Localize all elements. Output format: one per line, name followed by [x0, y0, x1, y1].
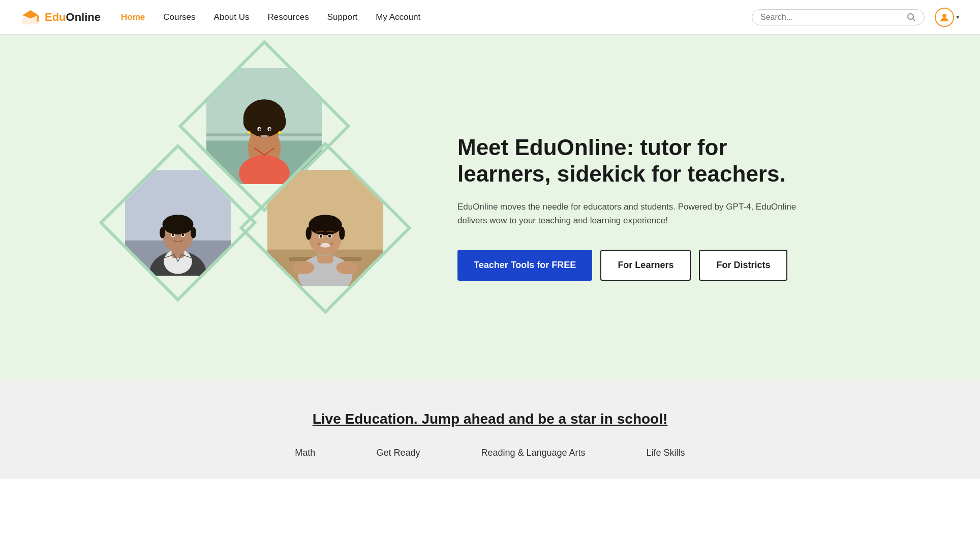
navbar-right: ▾ [752, 8, 960, 27]
nav-resources[interactable]: Resources [268, 12, 309, 22]
svg-point-6 [942, 14, 946, 18]
hero-title: Meet EduOnline: tutor for learners, side… [457, 134, 803, 188]
for-districts-button[interactable]: For Districts [699, 250, 787, 281]
svg-point-49 [320, 243, 330, 248]
hero-section: Meet EduOnline: tutor for learners, side… [0, 35, 980, 380]
category-reading[interactable]: Reading & Language Arts [481, 448, 585, 458]
search-icon [907, 13, 916, 22]
svg-point-48 [328, 235, 331, 238]
search-input[interactable] [760, 13, 907, 22]
user-icon [939, 12, 950, 23]
svg-point-43 [306, 227, 312, 240]
svg-point-47 [320, 235, 322, 238]
svg-point-29 [162, 215, 193, 234]
hero-buttons: Teacher Tools for FREE For Learners For … [457, 250, 803, 281]
svg-point-44 [339, 227, 345, 240]
nav-account[interactable]: My Account [376, 12, 420, 22]
bottom-title: Live Education. Jump ahead and be a star… [102, 411, 878, 427]
svg-point-19 [269, 128, 271, 131]
logo-text: EduOnline [45, 11, 101, 24]
svg-point-18 [259, 128, 261, 131]
bottom-section: Live Education. Jump ahead and be a star… [0, 380, 980, 479]
svg-point-21 [248, 131, 251, 134]
nav-home[interactable]: Home [121, 12, 145, 22]
nav-links: Home Courses About Us Resources Support … [121, 12, 752, 22]
navbar: EduOnline Home Courses About Us Resource… [0, 0, 980, 35]
svg-point-50 [293, 261, 315, 275]
hero-description: EduOnline moves the needle for educators… [457, 200, 803, 227]
user-account-button[interactable]: ▾ [935, 8, 960, 27]
logo[interactable]: EduOnline [20, 7, 101, 27]
hero-images [102, 65, 417, 350]
svg-point-31 [191, 227, 196, 238]
svg-point-30 [160, 227, 165, 238]
chevron-down-icon: ▾ [956, 13, 960, 21]
nav-about[interactable]: About Us [214, 12, 250, 22]
hero-content: Meet EduOnline: tutor for learners, side… [457, 134, 803, 281]
svg-marker-1 [22, 10, 39, 18]
nav-courses[interactable]: Courses [163, 12, 195, 22]
svg-point-34 [172, 233, 174, 237]
graduation-cap-icon [20, 7, 41, 27]
svg-rect-2 [37, 15, 39, 20]
user-avatar [935, 8, 954, 27]
svg-point-51 [336, 261, 358, 275]
svg-point-3 [37, 20, 40, 22]
search-box[interactable] [752, 9, 925, 25]
category-life-skills[interactable]: Life Skills [647, 448, 685, 458]
categories-row: Math Get Ready Reading & Language Arts L… [102, 448, 878, 458]
svg-line-5 [913, 18, 915, 21]
svg-rect-0 [22, 17, 39, 24]
for-learners-button[interactable]: For Learners [600, 250, 691, 281]
search-button[interactable] [907, 13, 916, 22]
category-get-ready[interactable]: Get Ready [376, 448, 420, 458]
svg-point-35 [181, 233, 184, 237]
svg-point-22 [278, 131, 281, 134]
teacher-tools-button[interactable]: Teacher Tools for FREE [457, 250, 592, 281]
category-math[interactable]: Math [295, 448, 315, 458]
nav-support[interactable]: Support [327, 12, 358, 22]
svg-point-20 [261, 135, 268, 138]
svg-point-42 [309, 215, 342, 235]
